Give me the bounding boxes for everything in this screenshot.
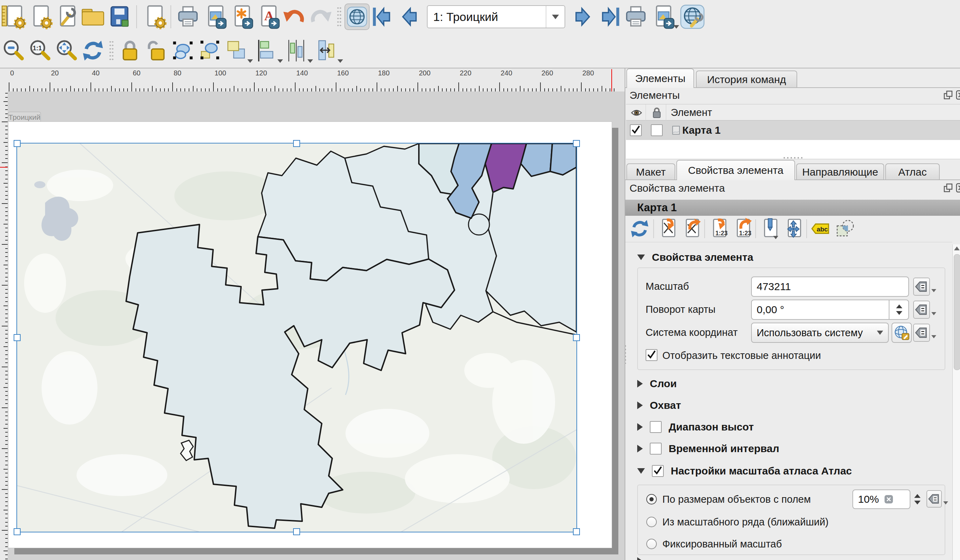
save-project-button[interactable] xyxy=(106,3,133,31)
scale-data-defined-button[interactable] xyxy=(913,278,930,296)
align-items-button[interactable] xyxy=(253,37,280,65)
data-defined-caret[interactable] xyxy=(943,501,948,504)
tab-items[interactable]: Элементы xyxy=(626,69,694,88)
resize-items-dropdown[interactable] xyxy=(338,59,343,63)
distribute-items-dropdown[interactable] xyxy=(307,59,313,63)
selection-handle-e[interactable] xyxy=(573,334,580,341)
atlas-previous-button[interactable] xyxy=(396,3,423,31)
move-item-content-button[interactable] xyxy=(196,37,223,65)
predefined-scales-radio[interactable] xyxy=(646,517,657,527)
select-item-button[interactable] xyxy=(170,37,196,65)
lock-items-button[interactable] xyxy=(117,37,143,65)
margin-around-feature-radio[interactable] xyxy=(646,494,657,504)
tab-command-history[interactable]: История команд xyxy=(696,70,797,88)
clipped-section-triangle[interactable] xyxy=(637,557,643,560)
atlas-first-button[interactable] xyxy=(370,3,396,31)
toolbar-grip[interactable] xyxy=(337,6,342,27)
resize-items-button[interactable] xyxy=(313,37,339,65)
zoom-out-button[interactable] xyxy=(0,37,27,65)
section-elevation-range[interactable]: Диапазон высот xyxy=(637,421,754,433)
selection-handle-w[interactable] xyxy=(14,334,21,341)
export-atlas-button[interactable] xyxy=(649,3,676,31)
section-item-properties[interactable]: Свойства элемента xyxy=(637,251,753,263)
tab-atlas[interactable]: Атлас xyxy=(885,163,940,180)
set-scale-to-layout-icon[interactable]: 1:23 xyxy=(707,217,730,240)
duplicate-layout-button[interactable] xyxy=(27,3,53,31)
section-layers[interactable]: Слои xyxy=(637,378,677,389)
toolbar-grip[interactable] xyxy=(109,40,114,61)
atlas-last-button[interactable] xyxy=(596,3,622,31)
crs-combo[interactable]: Использовать систему xyxy=(751,322,889,343)
view-extent-in-canvas-icon[interactable] xyxy=(680,217,703,240)
clear-value-icon[interactable] xyxy=(884,495,894,504)
refresh-view-button[interactable] xyxy=(80,37,106,65)
open-project-button[interactable] xyxy=(80,3,106,31)
data-defined-caret[interactable] xyxy=(931,312,936,315)
collapse-triangle-icon[interactable] xyxy=(637,255,645,260)
rotation-data-defined-button[interactable] xyxy=(913,301,930,319)
crs-data-defined-button[interactable] xyxy=(913,324,930,342)
margin-data-defined-button[interactable] xyxy=(926,490,942,507)
selection-handle-nw[interactable] xyxy=(14,140,21,147)
print-button[interactable] xyxy=(175,3,201,31)
clipping-settings-icon[interactable] xyxy=(833,217,856,240)
margin-spinner[interactable] xyxy=(910,490,924,508)
crs-select-button[interactable] xyxy=(891,322,912,343)
elevation-range-checkbox[interactable] xyxy=(650,421,662,433)
scrollbar-thumb[interactable] xyxy=(954,254,960,370)
data-defined-caret[interactable] xyxy=(931,335,936,338)
align-items-dropdown[interactable] xyxy=(277,59,283,63)
margin-spinbox[interactable]: 10% xyxy=(853,490,910,509)
collapse-triangle-icon[interactable] xyxy=(637,423,643,431)
fixed-scale-radio[interactable] xyxy=(646,539,657,549)
item-visibility-checkbox[interactable] xyxy=(630,124,642,136)
close-panel-icon[interactable] xyxy=(955,182,960,193)
rotation-input[interactable] xyxy=(751,300,909,320)
view-scale-in-canvas-icon[interactable]: 1:23 xyxy=(731,217,754,240)
atlas-next-button[interactable] xyxy=(570,3,596,31)
export-atlas-dropdown[interactable] xyxy=(674,25,679,29)
add-pages-button[interactable] xyxy=(141,3,167,31)
scroll-up-icon[interactable] xyxy=(954,246,960,250)
annotations-checkbox[interactable] xyxy=(646,349,658,361)
properties-scrollbar[interactable] xyxy=(952,244,960,560)
atlas-scaling-checkbox[interactable] xyxy=(652,465,664,477)
layout-canvas[interactable]: Троицкий xyxy=(8,91,625,560)
raise-items-button[interactable] xyxy=(223,37,250,65)
data-defined-caret[interactable] xyxy=(931,289,936,292)
section-extent[interactable]: Охват xyxy=(637,399,681,411)
panel-splitter-grip[interactable] xyxy=(782,156,803,159)
float-panel-icon[interactable] xyxy=(942,89,954,101)
selection-handle-n[interactable] xyxy=(293,140,300,147)
undo-button[interactable] xyxy=(281,3,307,31)
refresh-map-icon[interactable] xyxy=(628,217,651,240)
atlas-feature-combo[interactable]: 1: Троицкий xyxy=(427,5,565,28)
rotation-spinner[interactable] xyxy=(889,300,909,319)
selection-handle-se[interactable] xyxy=(573,528,580,535)
dock-splitter-grip[interactable] xyxy=(625,344,627,364)
layout-page[interactable] xyxy=(8,121,612,548)
unlock-items-button[interactable] xyxy=(143,37,170,65)
atlas-settings-button[interactable] xyxy=(679,3,706,31)
map-item-karta1[interactable] xyxy=(17,144,576,532)
selection-handle-s[interactable] xyxy=(293,528,300,535)
print-atlas-button[interactable] xyxy=(622,3,649,31)
collapse-triangle-icon[interactable] xyxy=(637,468,645,474)
combo-dropdown-arrow[interactable] xyxy=(546,6,565,27)
redo-button[interactable] xyxy=(307,3,334,31)
raise-items-dropdown[interactable] xyxy=(247,59,253,63)
tab-item-properties[interactable]: Свойства элемента xyxy=(676,160,795,180)
collapse-triangle-icon[interactable] xyxy=(637,380,643,388)
new-layout-button[interactable] xyxy=(0,3,27,31)
float-panel-icon[interactable] xyxy=(942,182,954,193)
export-image-button[interactable] xyxy=(201,3,228,31)
tab-guides[interactable]: Направляющие xyxy=(796,163,884,180)
set-extent-to-layout-icon[interactable] xyxy=(656,217,679,240)
section-temporal-range[interactable]: Временной интервал xyxy=(637,443,779,455)
selection-handle-ne[interactable] xyxy=(573,140,580,147)
move-content-icon[interactable] xyxy=(782,217,805,240)
distribute-items-button[interactable] xyxy=(283,37,309,65)
collapse-triangle-icon[interactable] xyxy=(637,402,643,409)
close-panel-icon[interactable] xyxy=(955,89,960,101)
export-svg-button[interactable] xyxy=(228,3,254,31)
